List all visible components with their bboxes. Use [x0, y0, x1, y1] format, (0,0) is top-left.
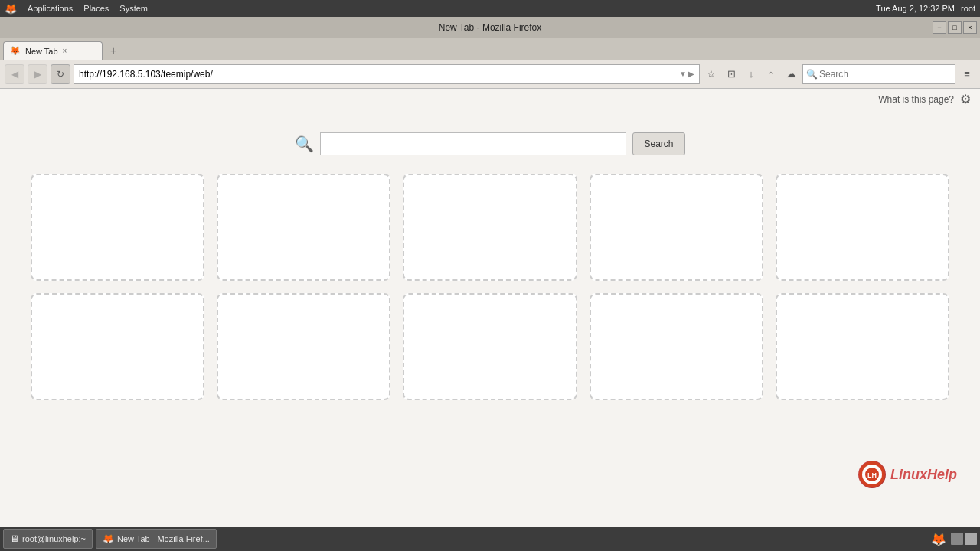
menu-system[interactable]: System — [119, 4, 148, 13]
minimize-button[interactable]: − — [933, 21, 946, 34]
home-icon: ⌂ — [768, 68, 774, 80]
svg-text:LH: LH — [867, 471, 877, 479]
search-input[interactable] — [320, 132, 626, 155]
main-wrap: What is this page? ⚙ 🔍 Search — [0, 89, 980, 527]
address-bar[interactable]: ▼ ▶ — [74, 64, 700, 84]
speed-dial-cell-7[interactable] — [217, 293, 390, 400]
window-controls[interactable]: − □ × — [933, 21, 977, 34]
taskbar-terminal[interactable]: 🖥 root@linuxhelp:~ — [3, 529, 93, 549]
menu-applications[interactable]: Applications — [28, 4, 73, 13]
linuxhelp-logo-svg: LH — [858, 461, 886, 488]
speed-dial-grid — [31, 174, 949, 400]
search-icon: 🔍 — [295, 135, 314, 153]
terminal-icon: 🖥 — [10, 533, 19, 544]
system-user: root — [961, 4, 975, 13]
tab-favicon: 🦊 — [10, 46, 21, 56]
bookmark-button[interactable]: ☆ — [703, 66, 720, 83]
taskbar-grid-icon — [951, 533, 963, 545]
taskbar-firefox-icon: 🦊 — [103, 533, 114, 544]
taskbar-firefox-label: New Tab - Mozilla Firef... — [117, 534, 210, 543]
new-tab-button[interactable]: + — [106, 43, 121, 58]
dropdown-arrow[interactable]: ▼ — [679, 70, 687, 78]
close-button[interactable]: × — [963, 21, 977, 34]
tab-label: New Tab — [25, 47, 58, 56]
sync-icon: ☁ — [786, 68, 796, 80]
history-button[interactable]: ⊡ — [723, 66, 740, 83]
forward-button[interactable]: ▶ — [28, 64, 47, 84]
firefox-system-icon: 🦊 — [5, 3, 17, 15]
what-is-this-page-link[interactable]: What is this page? — [878, 94, 954, 105]
go-button[interactable]: ▶ — [688, 70, 694, 78]
menu-button[interactable]: ≡ — [959, 66, 975, 83]
speed-dial-cell-10[interactable] — [776, 293, 949, 400]
window-title: New Tab - Mozilla Firefox — [439, 22, 541, 33]
address-input[interactable] — [79, 69, 679, 80]
maximize-button[interactable]: □ — [948, 21, 962, 34]
system-datetime: Tue Aug 2, 12:32 PM — [876, 4, 955, 13]
nav-search-icon: 🔍 — [806, 69, 818, 80]
taskbar-terminal-label: root@linuxhelp:~ — [22, 534, 86, 543]
download-icon: ↓ — [749, 68, 754, 80]
home-button[interactable]: ⌂ — [763, 66, 779, 83]
main-content: 🔍 Search — [0, 109, 980, 527]
back-button[interactable]: ◀ — [5, 64, 24, 84]
speed-dial-cell-4[interactable] — [590, 174, 763, 281]
speed-dial-cell-9[interactable] — [590, 293, 763, 400]
tab-close-button[interactable]: × — [63, 47, 67, 55]
gear-icon[interactable]: ⚙ — [960, 92, 971, 106]
taskbar-firefox[interactable]: 🦊 New Tab - Mozilla Firef... — [96, 529, 217, 549]
taskbar-right: 🦊 — [931, 532, 977, 546]
search-button[interactable]: Search — [632, 132, 684, 155]
sync-button[interactable]: ☁ — [782, 66, 799, 83]
system-bar-left: 🦊 Applications Places System — [5, 3, 148, 15]
taskbar: 🖥 root@linuxhelp:~ 🦊 New Tab - Mozilla F… — [0, 527, 980, 551]
watermark-text: LinuxHelp — [890, 467, 957, 483]
bookmark-icon: ☆ — [707, 68, 716, 80]
menu-places[interactable]: Places — [83, 4, 109, 13]
reload-button[interactable]: ↻ — [51, 64, 70, 84]
address-bar-icons: ▼ ▶ — [679, 70, 694, 78]
tab-new-tab[interactable]: 🦊 New Tab × — [3, 41, 103, 60]
navigation-bar: ◀ ▶ ↻ ▼ ▶ ☆ ⊡ ↓ ⌂ ☁ 🔍 ≡ — [0, 60, 980, 89]
speed-dial-cell-8[interactable] — [403, 293, 577, 400]
title-bar: New Tab - Mozilla Firefox − □ × — [0, 17, 980, 38]
nav-search-input[interactable] — [819, 69, 952, 80]
system-bar-right: Tue Aug 2, 12:32 PM root — [876, 4, 975, 13]
speed-dial-cell-6[interactable] — [31, 293, 204, 400]
taskbar-grid-icon-2 — [965, 533, 977, 545]
speed-dial-cell-5[interactable] — [776, 174, 949, 281]
menu-icon: ≡ — [964, 68, 970, 80]
system-bar: 🦊 Applications Places System Tue Aug 2, … — [0, 0, 980, 17]
search-bar-nav[interactable]: 🔍 — [802, 64, 956, 84]
history-icon: ⊡ — [727, 68, 736, 80]
page-info-bar: What is this page? ⚙ — [0, 89, 980, 109]
speed-dial-cell-3[interactable] — [403, 174, 577, 281]
taskbar-layout-icons — [951, 533, 977, 545]
watermark: LH LinuxHelp — [858, 461, 957, 488]
taskbar-firefox-right-icon: 🦊 — [931, 532, 946, 546]
download-button[interactable]: ↓ — [743, 66, 760, 83]
speed-dial-cell-2[interactable] — [217, 174, 390, 281]
tab-bar: 🦊 New Tab × + — [0, 38, 980, 60]
speed-dial-cell-1[interactable] — [31, 174, 204, 281]
search-area: 🔍 Search — [295, 132, 684, 155]
linuxhelp-logo: LH — [858, 461, 886, 488]
